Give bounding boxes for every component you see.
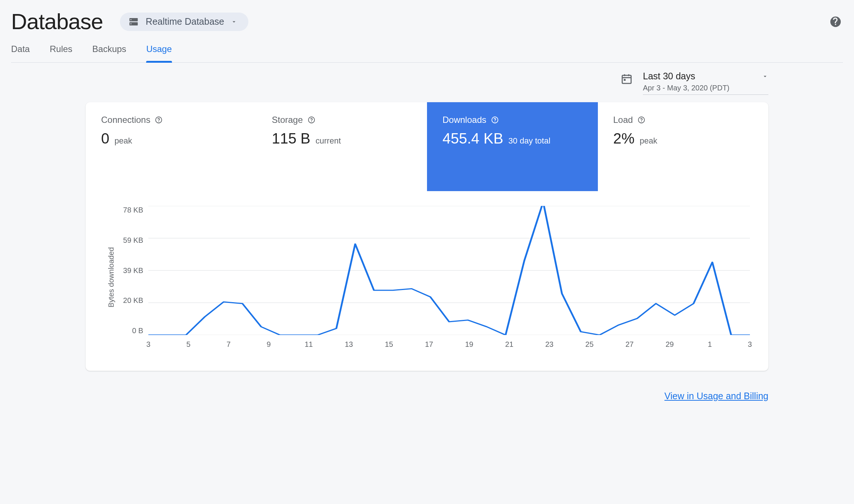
metric-value: 0 — [101, 130, 109, 147]
help-button[interactable] — [828, 14, 843, 29]
metric-load[interactable]: Load 2% peak — [598, 102, 769, 191]
page-title: Database — [11, 9, 103, 34]
instance-label: Realtime Database — [146, 16, 224, 27]
metric-downloads[interactable]: Downloads 455.4 KB 30 day total — [427, 102, 598, 191]
help-circle-icon — [637, 116, 645, 124]
tab-backups[interactable]: Backups — [92, 44, 126, 62]
view-usage-billing-link[interactable]: View in Usage and Billing — [664, 391, 768, 401]
help-circle-icon — [155, 116, 163, 124]
metric-label: Storage — [272, 115, 303, 125]
tab-rules[interactable]: Rules — [50, 44, 72, 62]
help-circle-icon — [491, 116, 499, 124]
instance-selector[interactable]: Realtime Database — [120, 13, 249, 31]
chevron-down-icon — [762, 73, 768, 80]
tab-usage[interactable]: Usage — [146, 44, 172, 62]
metric-storage[interactable]: Storage 115 B current — [256, 102, 427, 191]
usage-card: Connections 0 peak Storage — [86, 102, 768, 371]
metric-connections[interactable]: Connections 0 peak — [86, 102, 256, 191]
svg-point-12 — [311, 121, 312, 122]
downloads-chart: Bytes downloaded 78 KB 59 KB 39 KB 20 KB… — [86, 191, 768, 371]
database-icon — [128, 16, 139, 27]
date-range-label: Last 30 days — [643, 71, 695, 82]
metric-value: 455.4 KB — [443, 130, 503, 147]
help-icon — [829, 15, 842, 28]
chart-ylabel: Bytes downloaded — [107, 247, 116, 307]
metric-label: Downloads — [443, 115, 486, 125]
date-range-picker[interactable]: Last 30 days Apr 3 - May 3, 2020 (PDT) — [619, 71, 768, 95]
svg-point-16 — [641, 121, 642, 122]
svg-point-10 — [159, 121, 159, 122]
metric-suffix: 30 day total — [509, 136, 551, 146]
metric-suffix: peak — [114, 136, 132, 146]
tab-data[interactable]: Data — [11, 44, 30, 62]
svg-point-2 — [130, 19, 131, 20]
svg-rect-8 — [624, 79, 626, 81]
calendar-icon — [619, 72, 634, 86]
metric-value: 115 B — [272, 130, 311, 147]
metric-label: Load — [613, 115, 633, 125]
svg-point-14 — [495, 121, 495, 122]
metric-suffix: current — [316, 136, 341, 146]
date-range-sub: Apr 3 - May 3, 2020 (PDT) — [643, 84, 768, 92]
chart-xticks: 35791113151719212325272913 — [148, 340, 750, 349]
tab-bar: Data Rules Backups Usage — [11, 44, 843, 63]
svg-point-3 — [130, 23, 131, 24]
chevron-down-icon — [231, 18, 237, 25]
metric-suffix: peak — [640, 136, 657, 146]
help-circle-icon — [307, 116, 316, 124]
metric-value: 2% — [613, 130, 635, 147]
chart-yticks: 78 KB 59 KB 39 KB 20 KB 0 B — [119, 206, 148, 335]
metric-label: Connections — [101, 115, 150, 125]
svg-rect-4 — [622, 75, 631, 83]
metrics-row: Connections 0 peak Storage — [86, 102, 768, 191]
